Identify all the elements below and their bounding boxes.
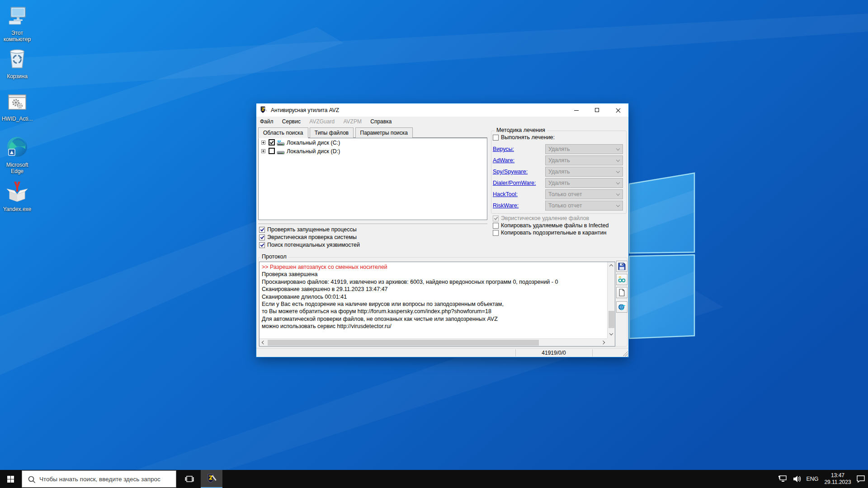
adware-link[interactable]: AdWare:	[493, 157, 514, 164]
desktop-icon-recycle-bin[interactable]: Корзина	[0, 47, 34, 80]
language-indicator[interactable]: ENG	[805, 470, 820, 488]
viruses-link[interactable]: Вирусы:	[493, 146, 514, 152]
action-center-button[interactable]	[854, 470, 868, 488]
checkbox-label: Проверять запущенные процессы	[267, 226, 357, 233]
desktop-icon-hwid[interactable]: HWID_Acti...	[0, 94, 34, 122]
scrollbar-corner	[607, 338, 615, 346]
search-icon	[28, 475, 36, 483]
close-button[interactable]	[608, 103, 628, 117]
tree-row-label: Локальный диск (C:)	[287, 140, 340, 146]
riskware-dropdown: Только отчет	[545, 201, 623, 211]
notification-icon	[856, 475, 865, 483]
save-icon	[618, 263, 626, 270]
tree-row-label: Локальный диск (D:)	[287, 148, 340, 155]
windows-logo-icon	[7, 476, 14, 483]
log-line: Для автоматической проверки файлов, не о…	[262, 315, 607, 323]
desktop-icon-yandex[interactable]: Yandex.exe	[0, 180, 34, 212]
checkbox[interactable]	[259, 242, 265, 248]
protocol-text: >> Разрешен автозапуск со сменных носите…	[259, 262, 607, 338]
desktop-icon-label: Microsoft Edge	[0, 162, 34, 174]
tab-scan-area[interactable]: Область поиска	[258, 127, 308, 138]
log-line: >> Разрешен автозапуск со сменных носите…	[262, 263, 607, 271]
scroll-left-icon[interactable]	[262, 341, 265, 344]
treatment-group-label: Методика лечения	[495, 127, 547, 133]
vertical-scrollbar[interactable]	[607, 262, 615, 338]
log-line: Проверка завершена	[262, 271, 607, 278]
horizontal-scroll-thumb[interactable]	[268, 340, 539, 346]
menu-help[interactable]: Справка	[367, 117, 395, 127]
window-title: Антивирусная утилита AVZ	[271, 107, 339, 113]
checkbox	[493, 216, 499, 221]
hacktool-link[interactable]: HackTool:	[493, 191, 518, 197]
log-line: Сканирование длилось 00:01:41	[262, 293, 607, 300]
chevron-down-icon	[616, 203, 620, 207]
new-document-icon	[618, 289, 626, 296]
vertical-scroll-thumb[interactable]	[609, 311, 614, 328]
yandex-icon	[6, 180, 28, 202]
horizontal-scrollbar[interactable]	[259, 338, 607, 346]
hwid-app-icon	[7, 94, 28, 112]
taskbar-avz-button[interactable]	[201, 470, 222, 488]
checkbox[interactable]	[259, 235, 265, 240]
checkbox[interactable]	[493, 135, 499, 141]
menu-avzguard: AVZGuard	[306, 117, 338, 127]
desktop: Этот компьютер Корзина HWID_Acti...	[0, 0, 868, 488]
titlebar[interactable]: Антивирусная утилита AVZ	[256, 103, 628, 117]
protocol-group-label: Протокол	[260, 253, 288, 260]
view-log-button[interactable]	[616, 274, 627, 285]
scroll-right-icon[interactable]	[601, 341, 605, 344]
checkbox[interactable]	[259, 227, 265, 233]
tab-search-params[interactable]: Параметры поиска	[355, 127, 413, 138]
volume-tray-icon[interactable]	[791, 470, 804, 488]
checkbox-label: Копировать подозрительные в карантин	[501, 230, 606, 236]
chevron-down-icon	[616, 158, 620, 162]
maximize-button[interactable]	[587, 103, 608, 117]
network-tray-icon[interactable]	[777, 470, 789, 488]
disk-icon	[277, 149, 285, 155]
save-log-button[interactable]	[616, 261, 627, 272]
checkbox-label: Копировать удаляемые файлы в Infected	[501, 222, 609, 229]
menu-file[interactable]: Файл	[256, 117, 277, 127]
new-log-button[interactable]	[616, 287, 627, 298]
expand-icon[interactable]	[261, 141, 265, 145]
chevron-down-icon	[616, 192, 620, 196]
globe-arrows-icon	[618, 303, 626, 311]
start-menu-button[interactable]	[0, 470, 22, 488]
spyware-link[interactable]: Spy/Spyware:	[493, 169, 528, 175]
log-line: Просканировано файлов: 41919, извлечено …	[262, 278, 607, 286]
protocol-log[interactable]: >> Разрешен автозапуск со сменных носите…	[259, 262, 615, 347]
hacktool-dropdown: Только отчет	[545, 189, 623, 199]
checkbox[interactable]	[493, 223, 499, 229]
scroll-up-icon[interactable]	[609, 264, 613, 268]
expand-icon[interactable]	[261, 149, 265, 153]
menu-service[interactable]: Сервис	[278, 117, 304, 127]
recycle-bin-icon	[7, 47, 28, 70]
resize-grip[interactable]	[623, 351, 628, 357]
desktop-icon-label: Этот компьютер	[0, 30, 34, 42]
checkbox-label: Эвристическая проверка системы	[267, 234, 357, 240]
divider	[258, 224, 487, 225]
statusbar: 41919/0/0	[256, 348, 628, 357]
dropdown-value: Удалять	[548, 157, 570, 164]
search-placeholder: Чтобы начать поиск, введите здесь запрос	[39, 476, 160, 483]
tree-row-disk-c[interactable]: Локальный диск (C:)	[259, 139, 487, 147]
avz-app-icon	[260, 106, 267, 113]
desktop-icon-this-pc[interactable]: Этот компьютер	[0, 5, 34, 42]
task-view-button[interactable]	[179, 470, 200, 488]
minimize-button[interactable]	[566, 103, 587, 117]
log-line: то Вы можете обратиться на форум http://…	[262, 308, 607, 315]
dialer-link[interactable]: Dialer/PornWare:	[493, 180, 536, 186]
scroll-down-icon[interactable]	[609, 332, 613, 335]
checkbox[interactable]	[493, 230, 499, 236]
riskware-link[interactable]: RiskWare:	[493, 202, 519, 209]
disk-d-checkbox[interactable]	[269, 148, 275, 154]
tab-file-types[interactable]: Типы файлов	[310, 127, 354, 138]
clock[interactable]: 13:47 29.11.2023	[822, 470, 854, 488]
desktop-icon-edge[interactable]: Microsoft Edge	[0, 136, 34, 174]
avz-taskbar-icon	[207, 474, 217, 483]
disk-c-checkbox[interactable]	[269, 139, 275, 145]
ethernet-icon	[778, 475, 788, 483]
tree-row-disk-d[interactable]: Локальный диск (D:)	[259, 148, 487, 155]
upload-web-button[interactable]	[616, 301, 627, 313]
taskbar-search[interactable]: Чтобы начать поиск, введите здесь запрос	[22, 470, 176, 488]
